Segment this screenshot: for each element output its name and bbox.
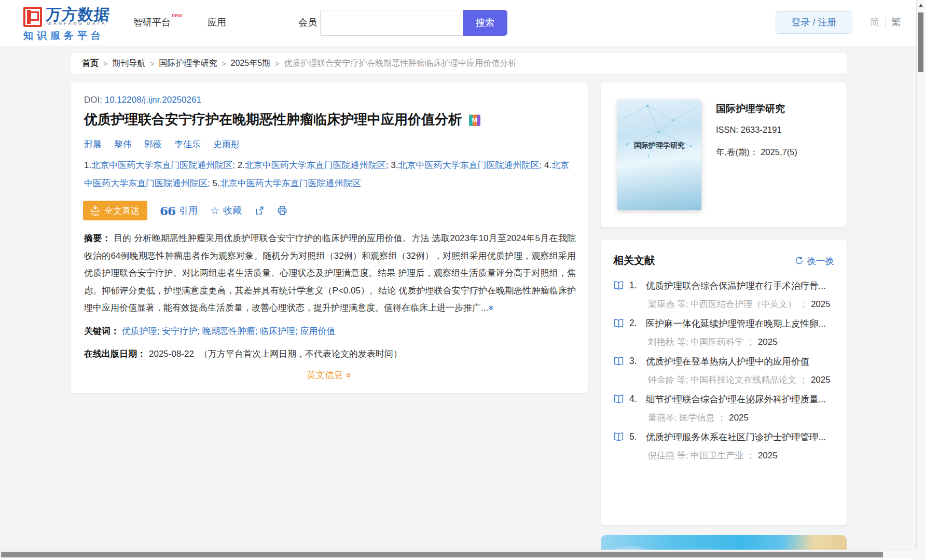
online-date-note: （万方平台首次上网日期，不代表论文的发表时间） [199, 349, 402, 359]
abstract: 摘要： 目的 分析晚期恶性肿瘤采用优质护理联合安宁疗护的临床护理的应用价值。方法… [84, 230, 576, 317]
affiliation-number: 2. [238, 160, 245, 170]
issn-value: 2633-2191 [741, 125, 782, 134]
horizontal-scrollbar-thumb[interactable] [1, 552, 883, 557]
related-item: 4. 细节护理联合综合护理在泌尿外科护理质量... 董燕琴; 医学信息 ；202… [613, 389, 834, 427]
keyword-link[interactable]: 优质护理 [122, 326, 157, 336]
keyword-link[interactable]: 晚期恶性肿瘤 [202, 326, 255, 336]
brand-subtitle: 知识服务平台 [23, 29, 104, 43]
related-item-number: 3. [629, 356, 646, 367]
affiliation-separator: ; [539, 160, 544, 170]
nav-apps[interactable]: 应用 [208, 16, 226, 29]
abstract-expand-chevron-icon[interactable]: » [483, 305, 501, 310]
refresh-icon [795, 256, 804, 265]
page: 万方数据 WANFANG DATA 知识服务平台 智研平台new 应用 会员 搜… [0, 0, 925, 560]
related-item-title[interactable]: 优质护理在登革热病人护理中的应用价值 [646, 355, 834, 368]
free-tag: free [92, 213, 99, 217]
keywords-label: 关键词： [84, 326, 119, 336]
fulltext-button[interactable]: free 全文直达 [83, 201, 147, 220]
refresh-related-button[interactable]: 换一换 [795, 255, 835, 267]
refresh-label: 换一换 [807, 255, 835, 267]
article-title-text: 优质护理联合安宁疗护在晚期恶性肿瘤临床护理中应用价值分析 [84, 111, 462, 127]
journal-name[interactable]: 国际护理学研究 [716, 102, 785, 116]
book-icon [613, 431, 624, 442]
vertical-scrollbar[interactable] [916, 0, 925, 550]
nav-zhiyan-platform[interactable]: 智研平台new [133, 16, 181, 29]
related-title: 相关文献 [613, 254, 655, 268]
keyword-separator: ; [157, 326, 162, 336]
affiliation-number: 5. [212, 178, 219, 188]
search-input[interactable] [320, 10, 463, 36]
breadcrumb-journal-nav[interactable]: 期刊导航 [112, 58, 145, 69]
author-link[interactable]: 李佳乐 [174, 138, 201, 150]
related-item: 3. 优质护理在登革热病人护理中的应用价值 钟金龄 等; 中国科技论文在线精品论… [613, 352, 834, 389]
horizontal-scrollbar[interactable] [0, 550, 925, 558]
related-item-title[interactable]: 细节护理联合综合护理在泌尿外科护理质量... [646, 393, 834, 405]
favorite-button[interactable]: ☆ 收藏 [210, 204, 242, 217]
lang-simplified[interactable]: 简 [869, 16, 879, 29]
keyword-separator: ; [197, 326, 202, 336]
related-item-meta: 倪佳燕 等; 中国卫生产业 ；2025 [648, 446, 834, 465]
related-item-year: 2025 [811, 299, 831, 309]
author-link[interactable]: 史雨彤 [213, 138, 240, 150]
journal-cover[interactable]: 国际护理学研究 [617, 100, 701, 210]
journal-issn-row: ISSN: 2633-2191 [716, 125, 782, 135]
search-bar: 搜索 [320, 10, 507, 36]
cite-button[interactable]: 66 引用 [160, 204, 198, 217]
related-item-meta: 董燕琴; 医学信息 ；2025 [648, 409, 834, 427]
doi-row: DOI: 10.12208/j.ijnr.20250261 [84, 95, 201, 105]
affiliation-link[interactable]: 北京中医药大学东直门医院通州院区 [398, 160, 539, 170]
abstract-label: 摘要： [84, 233, 111, 243]
breadcrumb-current-article: 优质护理联合安宁疗护在晚期恶性肿瘤临床护理中应用价值分析 [284, 58, 516, 69]
related-item: 2. 医护麻一体化延续护理管理在晚期上皮性卵... 刘艳秋 等; 中国医药科学 … [613, 314, 834, 352]
doi-link[interactable]: 10.12208/j.ijnr.20250261 [105, 95, 201, 105]
breadcrumb: 首页 > 期刊导航 > 国际护理学研究 > 2025年5期 > 优质护理联合安宁… [71, 53, 847, 74]
breadcrumb-separator: > [150, 60, 154, 68]
breadcrumb-issue[interactable]: 2025年5期 [231, 58, 271, 69]
wanfang-logo-icon[interactable] [23, 7, 42, 27]
related-item-year: 2025 [729, 413, 749, 423]
english-info-toggle[interactable]: 英文信息 » [71, 369, 588, 381]
related-list: 1. 优质护理联合综合保温护理在行手术治疗骨... 梁康燕 等; 中西医结合护理… [613, 276, 834, 465]
cite-label: 引用 [179, 204, 198, 217]
online-date-value: 2025-08-22 [149, 349, 194, 359]
english-info-label: 英文信息 [307, 370, 343, 380]
related-item-title[interactable]: 医护麻一体化延续护理管理在晚期上皮性卵... [646, 317, 834, 330]
online-date-label: 在线出版日期： [84, 349, 146, 359]
affiliation-link[interactable]: 北京中医药大学东直门医院通州院区 [91, 160, 232, 170]
book-icon [613, 318, 624, 329]
keyword-link[interactable]: 临床护理 [260, 326, 295, 336]
related-item-title[interactable]: 优质护理联合综合保温护理在行手术治疗骨... [646, 279, 834, 292]
breadcrumb-separator: > [103, 60, 107, 68]
site-header: 万方数据 WANFANG DATA 知识服务平台 智研平台new 应用 会员 搜… [0, 0, 925, 46]
nav-member[interactable]: 会员 [298, 16, 317, 29]
related-item-authors: 倪佳燕 等; 中国卫生产业 ； [648, 451, 755, 460]
author-link[interactable]: 邢晨 [84, 138, 102, 150]
breadcrumb-journal[interactable]: 国际护理学研究 [159, 58, 217, 69]
medlive-badge-icon[interactable]: M [469, 115, 480, 126]
related-item-year: 2025 [758, 451, 778, 460]
online-date-row: 在线出版日期：2025-08-22（万方平台首次上网日期，不代表论文的发表时间） [84, 348, 402, 360]
login-register-button[interactable]: 登录 / 注册 [776, 11, 852, 34]
affiliation-separator: ; [232, 160, 237, 170]
affiliation-link[interactable]: 北京中医药大学东直门医院通州院区 [220, 178, 361, 188]
lang-traditional[interactable]: 繁 [891, 16, 901, 29]
article-card: DOI: 10.12208/j.ijnr.20250261 优质护理联合安宁疗护… [71, 82, 588, 393]
related-literature-card: 相关文献 换一换 1. 优质护理联合综合保温护理在行手术治疗骨... 梁康燕 等… [601, 240, 847, 525]
journal-cover-title: 国际护理学研究 [617, 141, 701, 150]
author-link[interactable]: 黎伟 [114, 138, 132, 150]
lang-divider [885, 18, 886, 27]
related-item-title[interactable]: 优质护理服务体系在社区门诊护士护理管理... [646, 431, 834, 443]
print-button[interactable] [277, 205, 287, 216]
vertical-scrollbar-thumb[interactable] [918, 12, 923, 72]
doi-label: DOI: [84, 95, 102, 105]
breadcrumb-home[interactable]: 首页 [82, 58, 99, 69]
share-button[interactable] [254, 205, 265, 216]
affiliation-link[interactable]: 北京中医药大学东直门医院通州院区 [245, 160, 386, 170]
scroll-up-arrow-icon[interactable] [919, 4, 923, 7]
keyword-link[interactable]: 安宁疗护 [162, 326, 197, 336]
author-link[interactable]: 郭薇 [144, 138, 162, 150]
related-item: 1. 优质护理联合综合保温护理在行手术治疗骨... 梁康燕 等; 中西医结合护理… [613, 276, 834, 314]
keyword-link[interactable]: 应用价值 [300, 326, 336, 336]
volume-value: 2025,7(5) [761, 147, 797, 157]
search-button[interactable]: 搜索 [463, 10, 507, 36]
